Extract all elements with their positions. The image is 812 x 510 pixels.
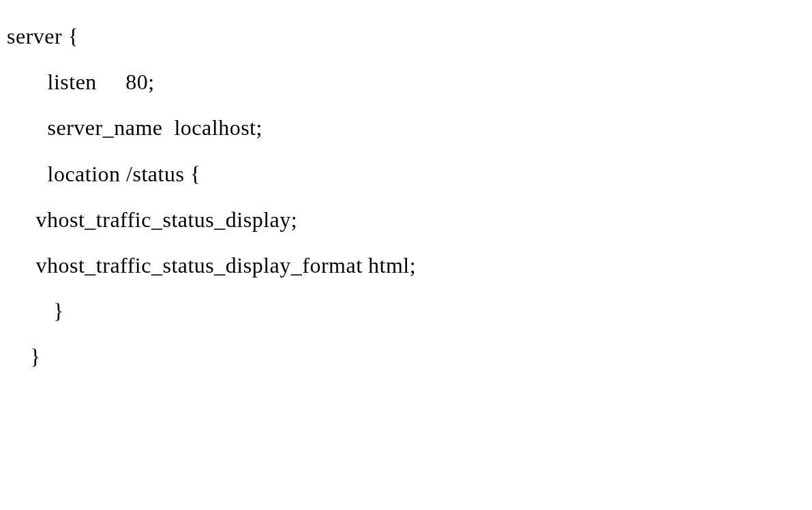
code-line-1: listen 80; (7, 59, 805, 105)
code-block: server { listen 80; server_name localhos… (7, 14, 805, 380)
code-line-6: } (7, 288, 805, 334)
code-line-4: vhost_traffic_status_display; (7, 197, 805, 243)
code-line-3: location /status { (7, 151, 805, 197)
code-line-0: server { (7, 14, 805, 59)
code-line-7: } (7, 334, 805, 380)
code-line-2: server_name localhost; (7, 105, 805, 151)
code-line-5: vhost_traffic_status_display_format html… (7, 243, 805, 288)
